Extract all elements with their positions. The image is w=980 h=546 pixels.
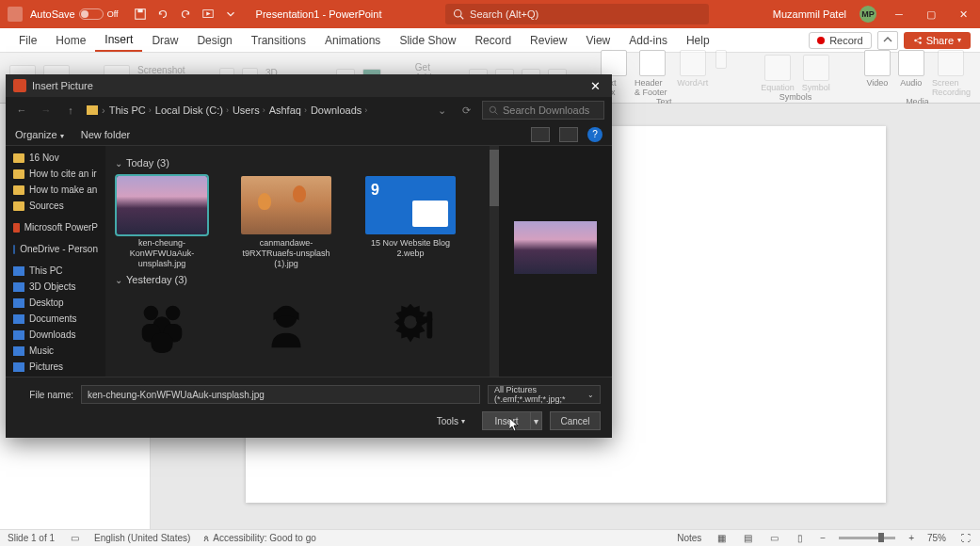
zoom-in-icon[interactable]: + [908, 533, 914, 543]
share-button[interactable]: Share▾ [904, 32, 971, 49]
file-item[interactable]: canmandawe-t9RXTRuaefs-unsplash (1).jpg [239, 176, 333, 268]
tab-animations[interactable]: Animations [315, 28, 390, 52]
insert-button[interactable]: Insert ▾ [482, 411, 542, 430]
close-icon[interactable]: ✕ [954, 5, 972, 24]
sidebar-item[interactable]: Music [6, 343, 105, 359]
screenshot-button[interactable]: Screenshot [137, 65, 185, 75]
filename-input[interactable] [81, 385, 480, 404]
header-footer-icon[interactable] [639, 50, 666, 76]
tab-draw[interactable]: Draw [142, 28, 187, 52]
tab-view[interactable]: View [576, 28, 619, 52]
tab-review[interactable]: Review [521, 28, 576, 52]
sidebar-item[interactable]: Desktop [6, 295, 105, 311]
sidebar-item[interactable]: How to make an [6, 182, 105, 198]
svg-line-11 [495, 112, 498, 115]
redo-icon[interactable] [179, 8, 192, 21]
file-filter-dropdown[interactable]: All Pictures (*.emf;*.wmf;*.jpg;*⌄ [488, 385, 601, 404]
tab-home[interactable]: Home [46, 28, 95, 52]
tab-addins[interactable]: Add-ins [619, 28, 677, 52]
svg-point-12 [144, 306, 159, 321]
tab-design[interactable]: Design [187, 28, 241, 52]
wordart-icon[interactable] [680, 50, 706, 76]
sidebar-item[interactable]: Documents [6, 311, 105, 327]
breadcrumb-dropdown-icon[interactable]: ⌄ [433, 102, 450, 119]
normal-view-icon[interactable]: ▦ [715, 532, 728, 545]
sidebar-item[interactable]: Downloads [6, 327, 105, 343]
new-folder-button[interactable]: New folder [81, 129, 131, 140]
equation-icon[interactable] [764, 55, 791, 81]
up-icon[interactable]: ↑ [62, 102, 79, 119]
screen-recording-icon[interactable] [938, 50, 964, 76]
sidebar-item-this-pc[interactable]: This PC [6, 263, 105, 279]
audio-icon[interactable] [898, 50, 924, 76]
tab-record[interactable]: Record [465, 28, 521, 52]
help-icon[interactable]: ? [587, 127, 602, 142]
group-header-yesterday[interactable]: Yesterday (3) [115, 274, 480, 285]
fit-icon[interactable]: ⛶ [959, 532, 972, 545]
svg-line-4 [460, 16, 463, 19]
dialog-search[interactable]: Search Downloads [482, 101, 604, 120]
doc-title: Presentation1 - PowerPoint [256, 8, 382, 20]
qat-dropdown-icon[interactable] [224, 8, 237, 21]
tab-help[interactable]: Help [677, 28, 719, 52]
svg-rect-21 [426, 312, 432, 339]
date-icon[interactable] [715, 50, 727, 69]
refresh-icon[interactable]: ⟳ [458, 102, 474, 119]
slideshow-icon[interactable] [201, 8, 215, 21]
language-label[interactable]: English (United States) [94, 533, 190, 543]
svg-rect-17 [151, 333, 172, 353]
file-item[interactable] [115, 293, 209, 359]
tools-dropdown[interactable]: Tools▾ [437, 416, 465, 426]
dialog-titlebar: Insert Picture ✕ [6, 74, 612, 97]
language-icon[interactable]: ▭ [68, 532, 81, 545]
sidebar-item[interactable]: Pictures [6, 359, 105, 375]
app-icon [8, 7, 23, 22]
undo-icon[interactable] [156, 8, 169, 21]
minimize-icon[interactable]: ─ [890, 5, 908, 24]
sidebar-item[interactable]: 16 Nov [6, 150, 105, 166]
sorter-view-icon[interactable]: ▤ [741, 532, 754, 545]
sidebar-item[interactable]: Sources [6, 198, 105, 214]
file-item[interactable]: 15 Nov Website Blog 2.webp [363, 176, 458, 268]
sidebar-item[interactable]: 3D Objects [6, 279, 105, 295]
autosave-toggle[interactable]: AutoSave Off [30, 8, 119, 20]
textbox-icon[interactable] [601, 50, 627, 76]
preview-pane-icon[interactable] [559, 127, 578, 142]
collapse-ribbon-icon[interactable] [877, 31, 898, 50]
insert-dropdown-icon[interactable]: ▾ [530, 412, 541, 429]
user-avatar[interactable]: MP [860, 6, 876, 23]
sidebar-item[interactable]: Microsoft PowerP [6, 219, 105, 235]
maximize-icon[interactable]: ▢ [922, 5, 940, 24]
tab-slideshow[interactable]: Slide Show [390, 28, 465, 52]
tab-transitions[interactable]: Transitions [242, 28, 315, 52]
tab-file[interactable]: File [9, 28, 46, 52]
zoom-out-icon[interactable]: − [820, 533, 826, 543]
file-item[interactable] [239, 293, 333, 359]
forward-icon[interactable]: → [38, 102, 55, 119]
file-item[interactable] [363, 293, 458, 359]
notes-button[interactable]: Notes [677, 533, 701, 543]
record-button[interactable]: Record [809, 32, 871, 49]
view-mode-icon[interactable] [531, 127, 550, 142]
tab-insert[interactable]: Insert [95, 28, 142, 52]
organize-button[interactable]: Organize ▾ [15, 129, 64, 140]
dialog-close-icon[interactable]: ✕ [586, 76, 604, 95]
group-header-today[interactable]: Today (3) [115, 157, 480, 169]
breadcrumb[interactable]: › This PC› Local Disk (C:)› Users› Ashfa… [87, 104, 367, 116]
slideshow-view-icon[interactable]: ▯ [794, 532, 807, 545]
accessibility-label[interactable]: ጰAccessibility: Good to go [203, 533, 316, 544]
cancel-button[interactable]: Cancel [550, 411, 601, 430]
save-icon[interactable] [134, 8, 147, 21]
user-name[interactable]: Muzammil Patel [773, 8, 846, 20]
file-item[interactable]: ken-cheung-KonWFWUaAuk-unsplash.jpg [115, 176, 209, 268]
reading-view-icon[interactable]: ▭ [767, 532, 780, 545]
search-box[interactable]: Search (Alt+Q) [445, 4, 709, 24]
zoom-level[interactable]: 75% [927, 533, 946, 543]
svg-point-10 [490, 106, 495, 112]
symbol-icon[interactable] [803, 55, 829, 81]
back-icon[interactable]: ← [13, 102, 30, 119]
scrollbar[interactable] [490, 146, 499, 377]
video-icon[interactable] [864, 50, 891, 76]
sidebar-item[interactable]: OneDrive - Person [6, 241, 105, 257]
sidebar-item[interactable]: How to cite an ir [6, 166, 105, 182]
